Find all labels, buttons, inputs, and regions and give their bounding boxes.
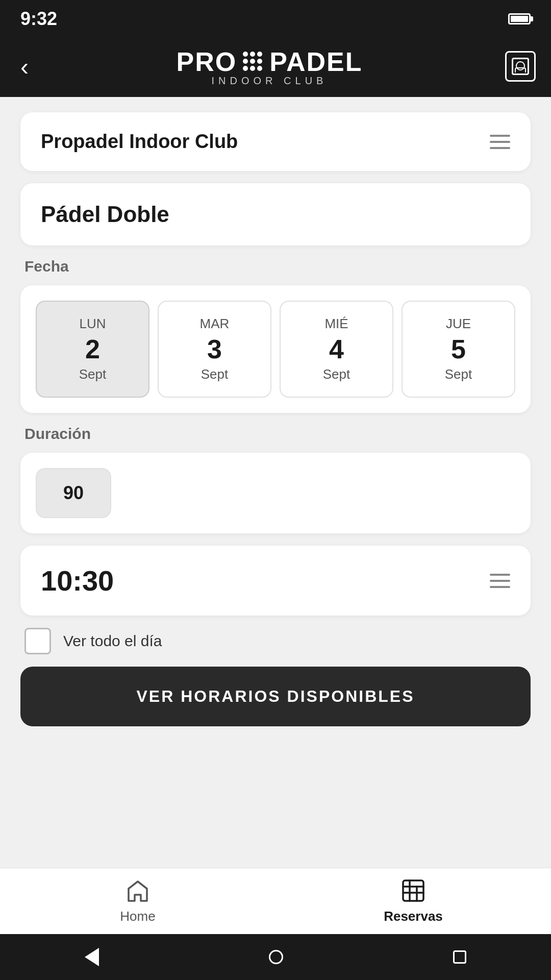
time-menu-button[interactable] xyxy=(490,574,510,588)
ver-todo-checkbox[interactable] xyxy=(24,628,51,654)
duracion-label: Duración xyxy=(20,425,531,443)
logo-pro-text: PRO xyxy=(176,46,237,77)
reservas-icon xyxy=(400,878,426,903)
back-button[interactable]: ‹ xyxy=(15,47,34,86)
date-day-number-3: 5 xyxy=(451,336,466,362)
date-item-3[interactable]: JUE 5 Sept xyxy=(402,301,515,398)
cta-text: VER HORARIOS DISPONIBLES xyxy=(137,687,415,705)
date-day-name-3: JUE xyxy=(446,316,471,332)
club-name-card: Propadel Indoor Club xyxy=(20,112,531,171)
date-month-3: Sept xyxy=(445,366,472,382)
date-day-number-2: 4 xyxy=(329,336,344,362)
sport-name-card: Pádel Doble xyxy=(20,183,531,246)
home-icon xyxy=(125,878,151,903)
time-display: 10:30 xyxy=(41,564,114,597)
time-card: 10:30 xyxy=(20,546,531,616)
nav-home[interactable]: Home xyxy=(0,868,276,934)
fecha-label: Fecha xyxy=(20,258,531,275)
date-grid: LUN 2 Sept MAR 3 Sept MIÉ 4 Sept JUE 5 S… xyxy=(36,301,515,398)
date-item-1[interactable]: MAR 3 Sept xyxy=(158,301,271,398)
menu-bar-2 xyxy=(490,141,510,143)
date-day-name-0: LUN xyxy=(79,316,106,332)
home-label: Home xyxy=(120,909,155,924)
duration-options: 90 xyxy=(36,468,515,518)
android-home-button[interactable] xyxy=(269,950,283,964)
android-back-button[interactable] xyxy=(85,948,99,966)
logo-dots-icon xyxy=(243,52,263,72)
battery-icon xyxy=(508,13,531,24)
menu-bar-1 xyxy=(490,135,510,137)
android-back-icon xyxy=(85,948,99,966)
reservas-label: Reservas xyxy=(384,909,443,924)
time-menu-bar-2 xyxy=(490,580,510,582)
time-menu-bar-3 xyxy=(490,586,510,588)
checkbox-row: Ver todo el día xyxy=(20,628,531,654)
logo-subtitle: INDOOR CLUB xyxy=(212,75,328,87)
bottom-nav: Home Reservas xyxy=(0,868,551,934)
date-day-number-0: 2 xyxy=(85,336,100,362)
date-item-0[interactable]: LUN 2 Sept xyxy=(36,301,149,398)
club-name: Propadel Indoor Club xyxy=(41,131,238,153)
ver-horarios-button[interactable]: VER HORARIOS DISPONIBLES xyxy=(20,667,531,726)
date-month-1: Sept xyxy=(201,366,229,382)
date-day-name-1: MAR xyxy=(200,316,230,332)
checkbox-label: Ver todo el día xyxy=(63,632,162,650)
sport-name: Pádel Doble xyxy=(41,202,169,227)
duracion-section: Duración 90 xyxy=(20,425,531,533)
main-content: Propadel Indoor Club Pádel Doble Fecha L… xyxy=(0,97,551,868)
svg-rect-0 xyxy=(403,880,423,901)
date-picker-card: LUN 2 Sept MAR 3 Sept MIÉ 4 Sept JUE 5 S… xyxy=(20,285,531,413)
fecha-section: Fecha LUN 2 Sept MAR 3 Sept MIÉ 4 Sept J… xyxy=(20,258,531,413)
logo-padel-text: PADEL xyxy=(269,46,362,77)
duration-option-0[interactable]: 90 xyxy=(36,468,111,518)
menu-bar-3 xyxy=(490,147,510,149)
club-menu-button[interactable] xyxy=(490,135,510,149)
top-nav: ‹ PRO PADEL INDOOR CLUB xyxy=(0,36,551,97)
duracion-card: 90 xyxy=(20,453,531,533)
date-item-2[interactable]: MIÉ 4 Sept xyxy=(280,301,393,398)
status-time: 9:32 xyxy=(20,8,57,30)
date-day-number-1: 3 xyxy=(207,336,222,362)
status-bar: 9:32 xyxy=(0,0,551,36)
android-nav xyxy=(0,934,551,980)
date-month-0: Sept xyxy=(79,366,107,382)
date-month-2: Sept xyxy=(323,366,350,382)
android-recents-button[interactable] xyxy=(453,950,466,964)
profile-card-icon xyxy=(512,58,529,75)
android-recents-icon xyxy=(453,950,466,964)
profile-button[interactable] xyxy=(505,51,536,82)
date-day-name-2: MIÉ xyxy=(324,316,348,332)
app-logo: PRO PADEL INDOOR CLUB xyxy=(176,46,362,87)
nav-reservas[interactable]: Reservas xyxy=(276,868,551,934)
android-home-icon xyxy=(269,950,283,964)
time-menu-bar-1 xyxy=(490,574,510,576)
